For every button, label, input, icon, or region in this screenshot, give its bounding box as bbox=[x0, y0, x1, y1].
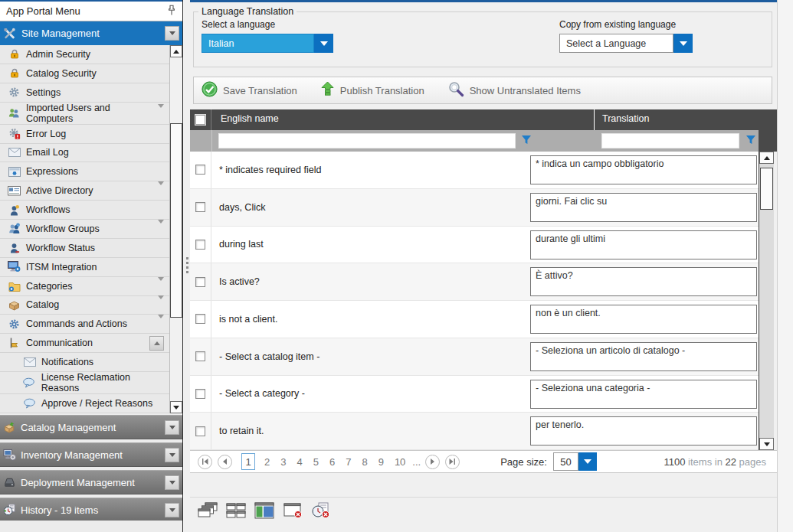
page-10-link[interactable]: 10 bbox=[395, 456, 405, 468]
page-3-link[interactable]: 3 bbox=[280, 456, 286, 468]
table-scroll-down-button[interactable] bbox=[759, 438, 774, 450]
translation-filter-input[interactable] bbox=[601, 133, 739, 149]
sidebar-item-error-log[interactable]: Error Log bbox=[0, 125, 169, 144]
page-6-link[interactable]: 6 bbox=[329, 456, 335, 468]
sidebar-item-commands-and-actions[interactable]: Commands and Actions bbox=[0, 315, 169, 334]
sidebar-section-inventory-management[interactable]: Inventory Management bbox=[0, 442, 182, 467]
row-checkbox[interactable] bbox=[195, 202, 205, 212]
section-expand-button[interactable] bbox=[165, 420, 179, 435]
column-header-translation[interactable]: Translation bbox=[602, 113, 649, 124]
next-page-button[interactable] bbox=[425, 455, 440, 469]
close-all-windows-button[interactable] bbox=[310, 501, 333, 523]
section-expand-button[interactable] bbox=[165, 503, 179, 517]
table-scroll-up-button[interactable] bbox=[759, 152, 774, 164]
copy-language-dropdown[interactable]: Select a Language bbox=[559, 34, 693, 53]
sidebar-item-email-log[interactable]: Email Log bbox=[0, 144, 169, 163]
cascade-windows-button[interactable] bbox=[196, 501, 219, 523]
expand-arrow-icon[interactable] bbox=[158, 281, 164, 292]
row-checkbox[interactable] bbox=[195, 240, 205, 250]
scroll-up-button[interactable] bbox=[170, 45, 182, 57]
sidebar-item-active-directory[interactable]: Active Directory bbox=[0, 181, 169, 201]
expand-arrow-icon[interactable] bbox=[158, 108, 164, 119]
page-5-link[interactable]: 5 bbox=[313, 456, 319, 468]
row-checkbox[interactable] bbox=[195, 277, 205, 287]
page-7-link[interactable]: 7 bbox=[346, 456, 351, 468]
expand-arrow-icon[interactable] bbox=[158, 318, 164, 329]
page-2-link[interactable]: 2 bbox=[264, 456, 270, 468]
sidebar-item-license-reclamation-reasons[interactable]: License Reclamation Reasons bbox=[0, 372, 169, 394]
sidebar-item-workflows[interactable]: Workflows bbox=[0, 201, 169, 220]
translation-textarea[interactable] bbox=[530, 305, 757, 334]
translation-textarea[interactable] bbox=[530, 342, 757, 371]
filter-row-divider bbox=[211, 130, 212, 152]
page-9-link[interactable]: 9 bbox=[378, 456, 384, 468]
expand-arrow-icon[interactable] bbox=[158, 299, 164, 310]
sidebar-item-approve-reject-reasons[interactable]: Approve / Reject Reasons bbox=[0, 394, 169, 413]
english-filter-input[interactable] bbox=[218, 133, 516, 149]
sidebar-item-admin-security[interactable]: Admin Security bbox=[0, 45, 169, 64]
page-size-dropdown-button[interactable] bbox=[578, 452, 597, 471]
language-dropdown-button[interactable] bbox=[314, 34, 333, 53]
save-translation-button[interactable]: Save Translation bbox=[202, 81, 297, 100]
collapse-arrow-icon[interactable] bbox=[149, 336, 164, 351]
sidebar-item-imported-users-and-computers[interactable]: Imported Users and Computers bbox=[0, 103, 169, 125]
current-page-1[interactable]: 1 bbox=[241, 453, 255, 470]
expand-arrow-icon[interactable] bbox=[158, 224, 164, 234]
translation-textarea[interactable] bbox=[530, 267, 757, 296]
page-4-link[interactable]: 4 bbox=[297, 456, 302, 468]
sidebar-scrollbar[interactable] bbox=[169, 45, 182, 413]
sidebar-item-notifications[interactable]: Notifications bbox=[0, 353, 169, 372]
english-filter-funnel-icon[interactable] bbox=[521, 135, 532, 149]
panel-splitter[interactable] bbox=[182, 0, 190, 532]
page-size-value[interactable]: 50 bbox=[553, 452, 578, 471]
section-expand-button[interactable] bbox=[165, 448, 179, 462]
tile-windows-button[interactable] bbox=[224, 501, 247, 523]
sidebar-item-expressions[interactable]: Expressions bbox=[0, 162, 169, 181]
sidebar-section-catalog-management[interactable]: Catalog Management bbox=[0, 415, 182, 439]
row-checkbox[interactable] bbox=[195, 426, 205, 436]
expressions-icon bbox=[8, 167, 21, 177]
close-window-button[interactable] bbox=[281, 501, 304, 523]
column-header-english[interactable]: English name bbox=[221, 113, 279, 124]
sidebar-item-catalog[interactable]: Catalog bbox=[0, 296, 169, 315]
publish-translation-button[interactable]: Publish Translation bbox=[320, 81, 424, 100]
sidebar-section-site-management[interactable]: Site Management bbox=[0, 21, 182, 45]
sidebar-item-workflow-groups[interactable]: Workflow Groups bbox=[0, 220, 169, 239]
sidebar-section-deployment-management[interactable]: Deployment Management bbox=[0, 470, 182, 494]
sidebar-item-workflow-status[interactable]: Workflow Status bbox=[0, 239, 169, 258]
expand-arrow-icon[interactable] bbox=[158, 185, 164, 196]
prev-page-button[interactable] bbox=[218, 455, 232, 469]
pin-icon[interactable] bbox=[167, 5, 176, 18]
row-checkbox[interactable] bbox=[195, 389, 205, 399]
show-untranslated-items-button[interactable]: Show Untranslated Items bbox=[447, 81, 581, 100]
last-page-button[interactable] bbox=[445, 455, 460, 469]
row-checkbox[interactable] bbox=[195, 165, 205, 175]
sidebar-item-communication[interactable]: Communication bbox=[0, 334, 169, 353]
scrollbar-thumb[interactable] bbox=[170, 123, 182, 318]
first-page-button[interactable] bbox=[198, 455, 212, 469]
translation-filter-funnel-icon[interactable] bbox=[745, 135, 756, 149]
tile-vertical-button[interactable] bbox=[253, 501, 276, 523]
sidebar-item-categories[interactable]: Categories bbox=[0, 277, 169, 296]
row-checkbox[interactable] bbox=[195, 351, 205, 361]
scroll-down-button[interactable] bbox=[170, 401, 182, 413]
sidebar-section-history-19-items[interactable]: History - 19 items bbox=[0, 498, 182, 522]
language-dropdown[interactable]: Italian bbox=[202, 34, 333, 53]
translation-textarea[interactable] bbox=[530, 155, 757, 184]
section-collapse-button[interactable] bbox=[165, 26, 179, 41]
row-checkbox[interactable] bbox=[195, 314, 205, 324]
translation-textarea[interactable] bbox=[530, 193, 757, 222]
table-scrollbar[interactable] bbox=[759, 152, 774, 450]
select-all-checkbox[interactable] bbox=[195, 114, 206, 126]
sidebar-item-catalog-security[interactable]: Catalog Security bbox=[0, 64, 169, 83]
page-8-link[interactable]: 8 bbox=[362, 456, 367, 468]
sidebar-item-settings[interactable]: Settings bbox=[0, 83, 169, 103]
table-scrollbar-thumb[interactable] bbox=[760, 168, 773, 210]
copy-dropdown-button[interactable] bbox=[673, 34, 693, 53]
filter-row-end-cap bbox=[759, 130, 777, 152]
translation-textarea[interactable] bbox=[530, 416, 757, 446]
section-expand-button[interactable] bbox=[165, 475, 179, 490]
translation-textarea[interactable] bbox=[530, 380, 757, 409]
sidebar-item-itsm-integration[interactable]: ITSM Integration bbox=[0, 258, 169, 277]
translation-textarea[interactable] bbox=[530, 230, 757, 259]
